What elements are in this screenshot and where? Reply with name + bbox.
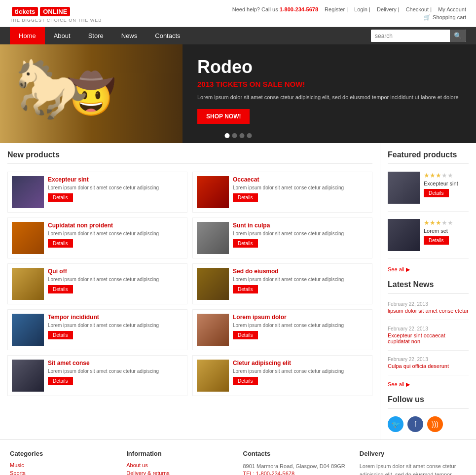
new-products-title: New products	[7, 150, 372, 164]
twitter-icon[interactable]: 🐦	[388, 416, 403, 432]
news-link[interactable]: Culpa qui officia deserunt	[388, 363, 469, 369]
search-input[interactable]	[371, 30, 450, 42]
nav-about[interactable]: About	[45, 27, 79, 44]
product-thumbnail	[12, 360, 44, 392]
product-name: Sunt in culpa	[233, 222, 368, 229]
footer-link-music[interactable]: Music	[10, 462, 116, 468]
hero-dot-4[interactable]	[247, 133, 252, 138]
hero-subtitle: 2013 TICKETS ON SALE NOW!	[197, 80, 461, 88]
featured-item: ★★★★★ Lorem set Details	[388, 219, 469, 259]
register-link[interactable]: Register	[325, 6, 345, 12]
myaccount-link[interactable]: My Account	[438, 6, 466, 12]
hero-shop-now-button[interactable]: SHOP NOW!	[197, 109, 250, 124]
logo-subtitle: THE BIGGEST CHOICE ON THE WEB	[10, 18, 102, 23]
footer-contacts-title: Contacts	[243, 450, 350, 457]
nav-home[interactable]: Home	[10, 27, 45, 44]
details-button[interactable]: Details	[48, 239, 73, 248]
nav-contacts[interactable]: Contacts	[146, 27, 189, 44]
hero-dot-2[interactable]	[232, 133, 237, 138]
details-button[interactable]: Details	[48, 377, 73, 385]
featured-details-button[interactable]: Details	[424, 189, 449, 197]
product-thumbnail	[197, 176, 229, 208]
nav-store[interactable]: Store	[79, 27, 112, 44]
nav-news[interactable]: News	[112, 27, 146, 44]
hero-dot-1[interactable]	[224, 133, 229, 138]
product-name: Lorem ipsum dolor	[233, 314, 368, 321]
search-box: 🔍	[371, 30, 466, 42]
follow-us-title: Follow us	[388, 395, 469, 409]
product-info: Occaecat Lorem ipsum dolor sit amet cons…	[233, 176, 368, 202]
footer-link-about[interactable]: About us	[126, 462, 233, 468]
footer-address: 8901 Marmora Road, Glasgow, D04 89GR	[243, 462, 350, 471]
footer-information: Information About us Delivery & returns …	[126, 450, 233, 475]
product-thumbnail	[12, 314, 44, 346]
footer-categories-title: Categories	[10, 450, 116, 457]
facebook-icon[interactable]: f	[407, 416, 423, 432]
featured-products-title: Featured products	[388, 150, 469, 164]
news-link[interactable]: Excepteur sint occaecat cupidatat non	[388, 332, 469, 344]
product-info: Excepteur sint Lorem ipsum dolor sit ame…	[48, 176, 183, 202]
featured-details-button[interactable]: Details	[424, 236, 449, 245]
news-item: February 22, 2013 Excepteur sint occaeca…	[388, 326, 469, 351]
product-name: Cupidatat non proident	[48, 222, 183, 229]
footer-contacts: Contacts 8901 Marmora Road, Glasgow, D04…	[243, 450, 350, 475]
product-name: Excepteur sint	[48, 176, 183, 183]
product-info: Tempor incididunt Lorem ipsum dolor sit …	[48, 314, 183, 339]
hero-desc: Lorem ipsum dolor sit amet conse ctetur …	[197, 93, 461, 102]
list-item: Cupidatat non proident Lorem ipsum dolor…	[7, 218, 187, 258]
delivery-link[interactable]: Delivery	[377, 6, 397, 12]
hero-content: Rodeo 2013 TICKETS ON SALE NOW! Lorem ip…	[183, 44, 476, 143]
product-name: Qui off	[48, 268, 183, 275]
hero-dot-3[interactable]	[239, 133, 244, 138]
help-text: Need help? Call us	[232, 6, 278, 12]
details-button[interactable]: Details	[48, 193, 73, 202]
product-desc: Lorem ipsum dolor sit amet conse ctetur …	[48, 184, 183, 191]
top-right-area: Need help? Call us 1-800-234-5678 Regist…	[232, 6, 466, 21]
footer-delivery-title: Delivery	[360, 450, 466, 457]
main-container: New products Excepteur sint Lorem ipsum …	[0, 143, 476, 439]
checkout-link[interactable]: Checkout	[406, 6, 429, 12]
details-button[interactable]: Details	[233, 285, 258, 293]
list-item: Cletur adipiscing elit Lorem ipsum dolor…	[192, 355, 372, 396]
content-area: New products Excepteur sint Lorem ipsum …	[0, 143, 380, 439]
details-button[interactable]: Details	[233, 331, 258, 339]
footer-link-sports[interactable]: Sports	[10, 470, 116, 475]
details-button[interactable]: Details	[233, 239, 258, 248]
news-item: February 22, 2013 Culpa qui officia dese…	[388, 357, 469, 375]
product-info: Sunt in culpa Lorem ipsum dolor sit amet…	[233, 222, 368, 248]
list-item: Sed do eiusmod Lorem ipsum dolor sit ame…	[192, 263, 372, 304]
search-button[interactable]: 🔍	[450, 30, 466, 42]
details-button[interactable]: Details	[233, 377, 258, 385]
logo-text-tickets: tickets	[12, 7, 38, 16]
footer-link-delivery[interactable]: Delivery & returns	[126, 470, 233, 475]
footer-information-title: Information	[126, 450, 233, 457]
list-item: Tempor incididunt Lorem ipsum dolor sit …	[7, 309, 187, 350]
product-thumbnail	[12, 268, 44, 300]
product-thumbnail	[12, 176, 44, 208]
product-desc: Lorem ipsum dolor sit amet conse ctetur …	[48, 276, 183, 283]
product-name: Cletur adipiscing elit	[233, 360, 368, 366]
cart-link[interactable]: 🛒 Shopping cart	[424, 14, 466, 21]
details-button[interactable]: Details	[233, 193, 258, 202]
logo: ticketsONLINE THE BIGGEST CHOICE ON THE …	[10, 4, 102, 23]
news-item: February 22, 2013 lipsum dolor sit amet …	[388, 301, 469, 320]
featured-thumbnail	[388, 172, 420, 204]
list-item: Lorem ipsum dolor Lorem ipsum dolor sit …	[192, 309, 372, 350]
featured-see-all-link[interactable]: See all ▶	[388, 266, 469, 273]
product-info: Sit amet conse Lorem ipsum dolor sit ame…	[48, 360, 183, 385]
product-info: Cletur adipiscing elit Lorem ipsum dolor…	[233, 360, 368, 385]
cart-label: Shopping cart	[433, 14, 466, 20]
news-see-all-link[interactable]: See all ▶	[388, 381, 469, 388]
product-desc: Lorem ipsum dolor sit amet conse ctetur …	[48, 368, 183, 374]
featured-info: ★★★★★ Excepteur sint Details	[424, 172, 469, 197]
rss-icon[interactable]: )))	[427, 416, 443, 432]
product-desc: Lorem ipsum dolor sit amet conse ctetur …	[48, 322, 183, 329]
list-item: Sit amet conse Lorem ipsum dolor sit ame…	[7, 355, 187, 396]
login-link[interactable]: Login	[354, 6, 367, 12]
details-button[interactable]: Details	[48, 285, 73, 293]
details-button[interactable]: Details	[48, 331, 73, 339]
product-desc: Lorem ipsum dolor sit amet conse ctetur …	[233, 368, 368, 374]
product-thumbnail	[197, 314, 229, 346]
product-thumbnail	[197, 360, 229, 392]
news-link[interactable]: lipsum dolor sit amet conse ctetur	[388, 308, 469, 314]
